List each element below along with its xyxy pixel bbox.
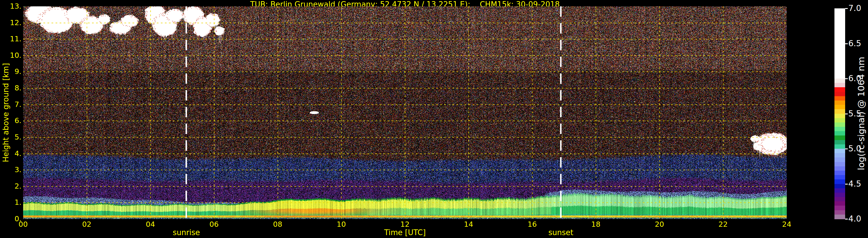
sunrise-annotation: sunrise (152, 229, 221, 237)
colorbar-tick-mark (845, 43, 848, 44)
y-axis-label: Height above ground [km] (1, 63, 10, 162)
colorbar-band (834, 83, 845, 88)
colorbar-band (834, 193, 845, 198)
colorbar-label: log(rc-signal) @ 1064 nm (856, 57, 866, 170)
colorbar-band (834, 149, 845, 154)
x-tick-label: 18 (584, 220, 608, 229)
x-tick-label: 08 (266, 220, 289, 229)
colorbar-band (834, 92, 845, 97)
y-tick-label: 11. (0, 35, 22, 43)
colorbar-band (834, 105, 845, 110)
y-tick-label: 13. (0, 2, 22, 11)
colorbar-band (834, 171, 845, 176)
colorbar-band (834, 101, 845, 105)
y-tick-label: 7. (0, 100, 22, 109)
colorbar-tick-label: 6.5 (848, 39, 868, 48)
x-tick-label: 10 (330, 220, 353, 229)
colorbar-band (834, 78, 845, 83)
colorbar-band (834, 166, 845, 171)
colorbar-tick-label: 7.0 (848, 4, 868, 13)
colorbar-band (834, 184, 845, 189)
colorbar-band (834, 127, 845, 132)
y-tick-label: 1. (0, 198, 22, 207)
colorbar-band (834, 215, 845, 219)
x-tick-label: 12 (393, 220, 416, 229)
y-tick-label: 12. (0, 19, 22, 27)
colorbar (834, 8, 845, 219)
y-tick-label: 2. (0, 182, 22, 191)
x-tick-label: 24 (775, 220, 798, 229)
colorbar-band (834, 175, 845, 180)
colorbar-tick-mark (845, 113, 848, 114)
x-tick-label: 04 (139, 220, 162, 229)
lidar-heatmap-canvas (23, 6, 787, 219)
colorbar-band (834, 197, 845, 202)
colorbar-band (834, 123, 845, 127)
colorbar-band (834, 162, 845, 167)
y-tick-label: 5. (0, 133, 22, 141)
colorbar-band (834, 144, 845, 149)
colorbar-band (834, 210, 845, 215)
x-tick-label: 02 (75, 220, 98, 229)
y-tick-label: 10. (0, 51, 22, 60)
x-tick-label: 22 (712, 220, 735, 229)
colorbar-band (834, 118, 845, 123)
colorbar-tick-mark (845, 8, 848, 9)
lidar-quicklook-figure: TUB: Berlin Grunewald (Germany; 52.4732 … (0, 0, 868, 238)
y-tick-label: 4. (0, 149, 22, 158)
y-tick-label: 9. (0, 67, 22, 76)
colorbar-tick-mark (845, 219, 848, 219)
y-tick-label: 8. (0, 84, 22, 93)
colorbar-tick-label: 4.5 (848, 179, 868, 189)
colorbar-band (834, 206, 845, 210)
colorbar-band (834, 8, 845, 79)
colorbar-band (834, 188, 845, 193)
y-tick-label: 6. (0, 116, 22, 125)
colorbar-band (834, 131, 845, 136)
x-axis-label: Time [UTC] (370, 229, 440, 237)
colorbar-band (834, 109, 845, 114)
sunset-annotation: sunset (526, 229, 595, 237)
colorbar-tick-mark (845, 184, 848, 184)
y-tick-label: 3. (0, 166, 22, 174)
colorbar-band (834, 114, 845, 119)
colorbar-band (834, 158, 845, 162)
colorbar-band (834, 135, 845, 140)
colorbar-tick-mark (845, 78, 848, 79)
x-tick-label: 16 (521, 220, 544, 229)
x-tick-label: 14 (457, 220, 480, 229)
colorbar-tick-label: 4.0 (848, 214, 868, 224)
colorbar-band (834, 201, 845, 206)
colorbar-band (834, 87, 845, 92)
colorbar-band (834, 96, 845, 101)
colorbar-band (834, 153, 845, 158)
x-tick-label: 00 (11, 220, 35, 229)
colorbar-band (834, 179, 845, 184)
colorbar-tick-mark (845, 148, 848, 149)
x-tick-label: 20 (648, 220, 671, 229)
colorbar-band (834, 140, 845, 145)
x-tick-label: 06 (203, 220, 226, 229)
